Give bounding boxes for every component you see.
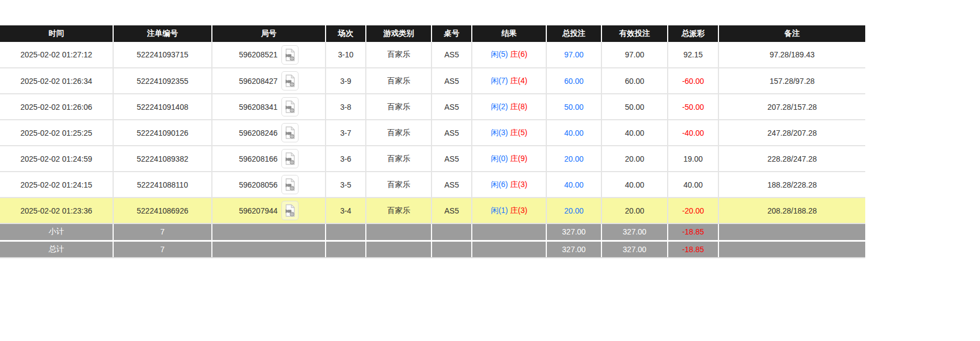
table-footer: 小计 7 327.00 327.00 -18.85 总计 7 327.00 32… — [0, 223, 865, 258]
cell-session: 3-6 — [326, 146, 366, 172]
result-player: 闲(2) — [491, 102, 508, 111]
subtotal-total-bet: 327.00 — [546, 223, 601, 241]
cell-time: 2025-02-02 01:26:34 — [0, 68, 113, 94]
cell-bet-id: 522241089382 — [113, 146, 212, 172]
cell-bet-id: 522241088110 — [113, 172, 212, 198]
grand-total-total-bet: 327.00 — [546, 241, 601, 258]
cell-total-bet: 40.00 — [546, 120, 601, 146]
cell-remark: 247.28/207.28 — [718, 120, 865, 146]
col-header-total-bet: 总投注 — [546, 25, 601, 42]
table-row[interactable]: 2025-02-02 01:24:15 522241088110 5962080… — [0, 172, 865, 198]
round-id-text: 596208521 — [239, 50, 278, 59]
cell-result: 闲(2)庄(8) — [472, 94, 546, 120]
round-id-text: 596208056 — [239, 180, 278, 189]
result-banker: 庄(4) — [510, 76, 528, 85]
cell-round-id: 596208166 — [212, 146, 326, 172]
cell-round-id: 596208246 — [212, 120, 326, 146]
cell-game-type: 百家乐 — [366, 146, 432, 172]
cell-time: 2025-02-02 01:23:36 — [0, 198, 113, 223]
video-replay-button[interactable] — [281, 97, 299, 116]
cell-valid-bet: 20.00 — [601, 198, 668, 223]
cell-total-payout: -40.00 — [668, 120, 718, 146]
cell-remark: 228.28/247.28 — [718, 146, 865, 172]
cell-bet-id: 522241090126 — [113, 120, 212, 146]
result-banker: 庄(5) — [510, 128, 528, 137]
col-header-game-type: 游戏类别 — [366, 25, 432, 42]
table-row[interactable]: 2025-02-02 01:24:59 522241089382 5962081… — [0, 146, 865, 172]
table-body: 2025-02-02 01:27:12 522241093715 5962085… — [0, 42, 865, 223]
table-row[interactable]: 2025-02-02 01:23:36 522241086926 5962079… — [0, 198, 865, 223]
cell-total-bet: 97.00 — [546, 42, 601, 68]
video-replay-button[interactable] — [281, 45, 299, 65]
video-replay-button[interactable] — [281, 71, 299, 90]
result-player: 闲(7) — [491, 76, 508, 85]
cell-game-type: 百家乐 — [366, 172, 432, 198]
cell-result: 闲(1)庄(3) — [472, 198, 546, 223]
col-header-bet-id: 注单编号 — [113, 25, 212, 42]
table-row[interactable]: 2025-02-02 01:26:06 522241091408 5962083… — [0, 94, 865, 120]
cell-session: 3-8 — [326, 94, 366, 120]
subtotal-label: 小计 — [0, 223, 113, 241]
table-row[interactable]: 2025-02-02 01:26:34 522241092355 5962084… — [0, 68, 865, 94]
video-replay-button[interactable] — [281, 123, 299, 142]
cell-total-payout: -60.00 — [668, 68, 718, 94]
video-file-icon — [284, 48, 296, 62]
cell-time: 2025-02-02 01:27:12 — [0, 42, 113, 68]
video-file-icon — [284, 74, 296, 88]
cell-session: 3-5 — [326, 172, 366, 198]
video-replay-button[interactable] — [281, 149, 299, 168]
cell-total-payout: 92.15 — [668, 42, 718, 68]
cell-game-type: 百家乐 — [366, 68, 432, 94]
result-player: 闲(1) — [491, 206, 508, 215]
result-player: 闲(5) — [491, 50, 508, 58]
header-row: 时间 注单编号 局号 场次 游戏类别 桌号 结果 总投注 有效投注 总派彩 备注 — [0, 25, 865, 42]
grand-total-row: 总计 7 327.00 327.00 -18.85 — [0, 241, 865, 258]
video-replay-button[interactable] — [281, 175, 299, 194]
video-file-icon — [284, 126, 296, 140]
subtotal-count: 7 — [113, 223, 212, 241]
cell-round-id: 596208341 — [212, 94, 326, 120]
cell-total-bet: 50.00 — [546, 94, 601, 120]
col-header-total-payout: 总派彩 — [668, 25, 718, 42]
round-id-text: 596207944 — [239, 206, 278, 215]
result-player: 闲(3) — [491, 128, 508, 137]
cell-table-no: AS5 — [432, 172, 472, 198]
cell-table-no: AS5 — [432, 120, 472, 146]
result-banker: 庄(3) — [510, 206, 528, 215]
result-player: 闲(0) — [491, 154, 508, 163]
cell-result: 闲(7)庄(4) — [472, 68, 546, 94]
cell-time: 2025-02-02 01:24:15 — [0, 172, 113, 198]
round-id-text: 596208427 — [239, 77, 278, 86]
video-replay-button[interactable] — [281, 201, 299, 220]
cell-round-id: 596208056 — [212, 172, 326, 198]
cell-bet-id: 522241093715 — [113, 42, 212, 68]
cell-time: 2025-02-02 01:26:06 — [0, 94, 113, 120]
cell-total-bet: 20.00 — [546, 198, 601, 223]
bet-records-panel: 时间 注单编号 局号 场次 游戏类别 桌号 结果 总投注 有效投注 总派彩 备注… — [0, 25, 865, 258]
cell-table-no: AS5 — [432, 94, 472, 120]
cell-remark: 208.28/188.28 — [718, 198, 865, 223]
cell-total-payout: -20.00 — [668, 198, 718, 223]
round-id-text: 596208246 — [239, 129, 278, 137]
cell-session: 3-7 — [326, 120, 366, 146]
grand-total-total-payout: -18.85 — [668, 241, 718, 258]
cell-total-payout: -50.00 — [668, 94, 718, 120]
cell-result: 闲(6)庄(3) — [472, 172, 546, 198]
video-file-icon — [284, 204, 296, 217]
result-banker: 庄(8) — [510, 102, 528, 111]
cell-total-payout: 40.00 — [668, 172, 718, 198]
cell-result: 闲(3)庄(5) — [472, 120, 546, 146]
cell-table-no: AS5 — [432, 68, 472, 94]
table-row[interactable]: 2025-02-02 01:27:12 522241093715 5962085… — [0, 42, 865, 68]
cell-bet-id: 522241086926 — [113, 198, 212, 223]
bet-records-table: 时间 注单编号 局号 场次 游戏类别 桌号 结果 总投注 有效投注 总派彩 备注… — [0, 25, 865, 258]
result-player: 闲(6) — [491, 180, 508, 189]
table-row[interactable]: 2025-02-02 01:25:25 522241090126 5962082… — [0, 120, 865, 146]
cell-session: 3-10 — [326, 42, 366, 68]
col-header-remark: 备注 — [718, 25, 865, 42]
cell-game-type: 百家乐 — [366, 198, 432, 223]
result-banker: 庄(9) — [510, 154, 528, 163]
cell-result: 闲(5)庄(6) — [472, 42, 546, 68]
grand-total-count: 7 — [113, 241, 212, 258]
cell-time: 2025-02-02 01:24:59 — [0, 146, 113, 172]
